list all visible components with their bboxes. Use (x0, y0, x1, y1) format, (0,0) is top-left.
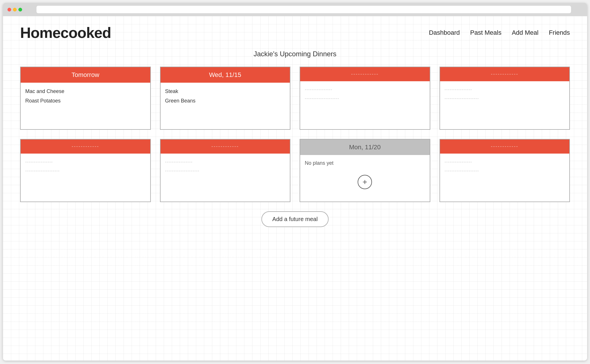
meal-item: Roast Potatoes (25, 97, 146, 104)
nav-links: Dashboard Past Meals Add Meal Friends (429, 29, 570, 36)
meal-card-header-mon1120: Mon, 11/20 (300, 140, 430, 155)
meal-card-placeholder-r1c3: ------------ ---------------- ----------… (300, 67, 430, 130)
meal-card-body-placeholder-r1c4: ---------------- -------------------- (440, 81, 570, 127)
meal-card-title-mon1120: Mon, 11/20 (349, 144, 381, 151)
meal-item-placeholder: -------------------- (305, 95, 425, 101)
meal-card-body-wed1115: Steak Green Beans (161, 83, 290, 129)
page-title: Jackie's Upcoming Dinners (3, 50, 587, 58)
meal-grid-row2: ------------ ---------------- ----------… (3, 139, 587, 202)
traffic-lights (7, 8, 22, 11)
meal-item-placeholder: ---------------- (165, 159, 286, 165)
meal-card-placeholder-r2c1: ------------ ---------------- ----------… (20, 139, 151, 202)
browser-toolbar (3, 3, 587, 16)
meal-card-header-placeholder-r2c2: ------------ (161, 140, 290, 154)
meal-card-header-placeholder-r1c3: ------------ (300, 67, 430, 81)
meal-card-body-tomorrow: Mac and Cheese Roast Potatoes (21, 83, 150, 129)
meal-card-body-mon1120: No plans yet + (300, 155, 430, 201)
meal-card-wed1115: Wed, 11/15 Steak Green Beans (160, 67, 291, 130)
minimize-button[interactable] (13, 8, 17, 11)
meal-item-placeholder: ---------------- (445, 159, 565, 165)
meal-card-title-placeholder-r2c2: ------------ (211, 144, 239, 149)
site-logo: Homecooked (20, 24, 111, 41)
maximize-button[interactable] (18, 8, 22, 11)
add-meal-button[interactable]: + (358, 175, 372, 189)
address-bar[interactable] (36, 6, 571, 13)
meal-item-placeholder: -------------------- (445, 95, 565, 101)
page-content: Homecooked Dashboard Past Meals Add Meal… (3, 16, 587, 361)
meal-card-title-placeholder-r2c4: ------------ (491, 144, 518, 149)
nav-friends[interactable]: Friends (549, 29, 570, 36)
meal-item-placeholder: -------------------- (445, 168, 565, 174)
meal-card-mon1120: Mon, 11/20 No plans yet + (300, 139, 430, 202)
meal-card-header-placeholder-r2c4: ------------ (440, 140, 570, 154)
meal-card-header-placeholder-r1c4: ------------ (440, 67, 570, 81)
meal-card-title-placeholder-r2c1: ------------ (72, 144, 99, 149)
meal-card-title-placeholder-r1c4: ------------ (491, 71, 518, 77)
close-button[interactable] (7, 8, 11, 11)
meal-card-body-placeholder-r2c2: ---------------- -------------------- (161, 154, 290, 200)
nav-add-meal[interactable]: Add Meal (512, 29, 539, 36)
meal-card-header-placeholder-r2c1: ------------ (21, 140, 150, 154)
meal-card-title-wed1115: Wed, 11/15 (209, 71, 241, 78)
meal-card-tomorrow: Tomorrow Mac and Cheese Roast Potatoes (20, 67, 151, 130)
meal-grid-row1: Tomorrow Mac and Cheese Roast Potatoes W… (3, 67, 587, 130)
nav-past-meals[interactable]: Past Meals (470, 29, 502, 36)
add-future-meal-button[interactable]: Add a future meal (261, 211, 329, 227)
meal-card-body-placeholder-r2c4: ---------------- -------------------- (440, 154, 570, 200)
browser-window: Homecooked Dashboard Past Meals Add Meal… (3, 3, 587, 361)
meal-card-title-tomorrow: Tomorrow (72, 71, 99, 78)
meal-item-placeholder: ---------------- (25, 159, 146, 165)
bottom-section: Add a future meal (3, 211, 587, 227)
nav-dashboard[interactable]: Dashboard (429, 29, 460, 36)
meal-card-title-placeholder-r1c3: ------------ (351, 71, 379, 77)
meal-card-body-placeholder-r2c1: ---------------- -------------------- (21, 154, 150, 200)
meal-card-header-tomorrow: Tomorrow (21, 67, 150, 83)
meal-item-placeholder: -------------------- (165, 168, 286, 174)
meal-card-header-wed1115: Wed, 11/15 (161, 67, 290, 83)
meal-card-placeholder-r1c4: ------------ ---------------- ----------… (439, 67, 570, 130)
navigation: Homecooked Dashboard Past Meals Add Meal… (3, 16, 587, 47)
meal-item: Green Beans (165, 97, 286, 104)
meal-item-placeholder: ---------------- (445, 86, 565, 92)
meal-card-placeholder-r2c4: ------------ ---------------- ----------… (439, 139, 570, 202)
meal-card-body-placeholder-r1c3: ---------------- -------------------- (300, 81, 430, 127)
meal-item-placeholder: ---------------- (305, 86, 425, 92)
meal-item: Steak (165, 88, 286, 95)
meal-item: Mac and Cheese (25, 88, 146, 95)
meal-card-placeholder-r2c2: ------------ ---------------- ----------… (160, 139, 291, 202)
no-plans-text: No plans yet (305, 160, 333, 166)
meal-item-placeholder: -------------------- (25, 168, 146, 174)
